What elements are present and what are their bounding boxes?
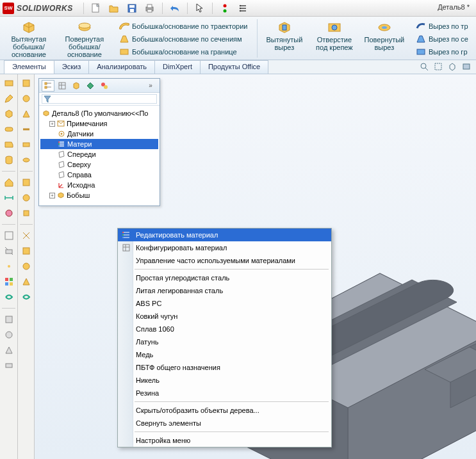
- expand-icon[interactable]: +: [49, 121, 55, 127]
- tb-more3-icon[interactable]: [3, 344, 15, 357]
- open-file-button[interactable]: [107, 1, 121, 15]
- tb-section-icon[interactable]: [3, 245, 15, 257]
- tab-features[interactable]: Элементы: [4, 60, 54, 74]
- undo-button[interactable]: [168, 1, 182, 15]
- tree-origin[interactable]: Исходна: [40, 180, 158, 190]
- tb2-7-icon[interactable]: [20, 176, 33, 189]
- menu-customize[interactable]: Настройка меню: [118, 434, 331, 447]
- save-button[interactable]: [125, 1, 139, 15]
- tb2-5-icon[interactable]: [20, 138, 33, 151]
- tb2-13-icon[interactable]: [20, 275, 33, 288]
- revolved-boss-button[interactable]: Повернутая бобышка/основание: [59, 19, 110, 60]
- tb-cylinder-icon[interactable]: [3, 154, 15, 166]
- svg-point-36: [6, 332, 12, 338]
- tb-motion-icon[interactable]: [3, 291, 15, 303]
- hole-wizard-button[interactable]: Отверстие под крепеж: [312, 19, 357, 60]
- tb2-2-icon[interactable]: [20, 92, 33, 105]
- tb2-11-icon[interactable]: [20, 245, 33, 257]
- fm-filter-input[interactable]: [42, 94, 157, 104]
- lofted-cut-button[interactable]: Вырез по се: [414, 33, 470, 45]
- fm-tab-config-icon[interactable]: [70, 80, 83, 92]
- tb-cube-icon[interactable]: [3, 108, 15, 120]
- tree-annotations[interactable]: + Примечания: [40, 118, 158, 129]
- tb-sheet-icon[interactable]: [3, 138, 15, 151]
- tb2-4-icon[interactable]: [20, 123, 33, 136]
- tb-house-icon[interactable]: [3, 176, 15, 189]
- menu-mat-cast-alloy[interactable]: Литая легированная сталь: [118, 284, 331, 297]
- menu-mat-rubber[interactable]: Резина: [118, 387, 331, 399]
- menu-mat-abs[interactable]: ABS PC: [118, 297, 331, 310]
- options-button[interactable]: [236, 1, 250, 15]
- tb-more2-icon[interactable]: [3, 328, 15, 341]
- tb-more4-icon[interactable]: [3, 359, 15, 372]
- tb2-10-icon[interactable]: [20, 229, 33, 242]
- tree-top-plane[interactable]: Сверху: [40, 159, 158, 170]
- tb2-8-icon[interactable]: [20, 191, 33, 204]
- zoom-fit-icon[interactable]: [418, 61, 430, 72]
- menu-mat-pbt[interactable]: ПБТФ общего назначения: [118, 361, 331, 374]
- fm-tab-dimxpert-icon[interactable]: [84, 80, 97, 92]
- view-orientation-icon[interactable]: [447, 61, 458, 72]
- svg-rect-14: [120, 49, 128, 54]
- rebuild-button[interactable]: [218, 1, 232, 15]
- extruded-cut-button[interactable]: Вытянутый вырез: [262, 19, 307, 60]
- tree-material[interactable]: Матери: [40, 139, 158, 149]
- expand-icon[interactable]: +: [49, 193, 55, 198]
- revolved-cut-button[interactable]: Повернутый вырез: [362, 19, 407, 60]
- menu-mat-1060[interactable]: Сплав 1060: [118, 323, 331, 335]
- menu-edit-material[interactable]: Редактировать материал: [118, 229, 331, 241]
- extruded-boss-button[interactable]: Вытянутая бобышка/основание: [4, 19, 54, 60]
- menu-mat-brass[interactable]: Латунь: [118, 335, 331, 348]
- tb-measure-icon[interactable]: [3, 191, 15, 204]
- menu-mat-copper[interactable]: Медь: [118, 348, 331, 361]
- tb-component-icon[interactable]: [3, 77, 15, 90]
- swept-boss-button[interactable]: Бобышка/основание по траектории: [118, 20, 249, 32]
- tab-evaluate[interactable]: Анализировать: [88, 60, 155, 74]
- select-button[interactable]: [193, 1, 207, 15]
- tb-appearance-icon[interactable]: [3, 207, 15, 220]
- menu-hide-show[interactable]: Скрыть/отобразить объекты дерева...: [118, 404, 331, 417]
- menu-mat-nickel[interactable]: Никель: [118, 374, 331, 387]
- app-title: SOLIDWORKS: [17, 4, 73, 13]
- tb2-12-icon[interactable]: [20, 260, 33, 273]
- tb2-14-icon[interactable]: [20, 291, 33, 303]
- tree-boss[interactable]: + Бобыш: [40, 190, 158, 200]
- fm-expand-icon[interactable]: »: [144, 80, 157, 92]
- tb-view-icon[interactable]: [3, 229, 15, 242]
- print-button[interactable]: [143, 1, 157, 15]
- menu-mat-malleable[interactable]: Ковкий чугун: [118, 310, 331, 323]
- menu-configure-material[interactable]: Конфигурировать материал: [118, 241, 331, 254]
- tb2-3-icon[interactable]: [20, 108, 33, 120]
- fm-tab-tree-icon[interactable]: [42, 80, 54, 92]
- tab-office[interactable]: Продукты Office: [200, 60, 268, 74]
- svg-rect-32: [10, 278, 13, 281]
- tb-slot-icon[interactable]: [3, 123, 15, 136]
- tb2-1-icon[interactable]: [20, 77, 33, 90]
- tab-sketch[interactable]: Эскиз: [54, 60, 89, 74]
- tb2-9-icon[interactable]: [20, 207, 33, 220]
- tab-dimxpert[interactable]: DimXpert: [154, 60, 201, 74]
- tree-right-plane[interactable]: Справа: [40, 170, 158, 180]
- svg-point-21: [421, 63, 426, 68]
- menu-collapse[interactable]: Свернуть элементы: [118, 417, 331, 430]
- fm-tab-display-icon[interactable]: [98, 80, 111, 92]
- tb-edit-icon[interactable]: [3, 92, 15, 105]
- tb-more1-icon[interactable]: [3, 313, 15, 326]
- tb2-6-icon[interactable]: [20, 154, 33, 166]
- tree-front-plane[interactable]: Спереди: [40, 149, 158, 159]
- boundary-cut-button[interactable]: Вырез по гр: [414, 46, 470, 58]
- lofted-boss-button[interactable]: Бобышка/основание по сечениям: [118, 33, 249, 45]
- swept-cut-button[interactable]: Вырез по тр: [414, 20, 470, 32]
- menu-mat-plain-carbon[interactable]: Простая углеродистая сталь: [118, 271, 331, 284]
- tb-color-icon[interactable]: [3, 275, 15, 288]
- new-file-button[interactable]: [89, 1, 103, 15]
- boundary-boss-button[interactable]: Бобышка/основание на границе: [118, 46, 249, 58]
- tree-root[interactable]: Деталь8 (По умолчанию<<По: [40, 108, 158, 118]
- tb-hide-icon[interactable]: [3, 260, 15, 273]
- tree-sensors[interactable]: Датчики: [40, 129, 158, 139]
- fm-tab-property-icon[interactable]: [56, 80, 69, 92]
- zoom-area-icon[interactable]: [432, 61, 444, 72]
- menu-manage-favorites[interactable]: Управление часто используемыми материала…: [118, 254, 331, 267]
- svg-rect-44: [24, 211, 29, 216]
- display-style-icon[interactable]: [461, 61, 472, 72]
